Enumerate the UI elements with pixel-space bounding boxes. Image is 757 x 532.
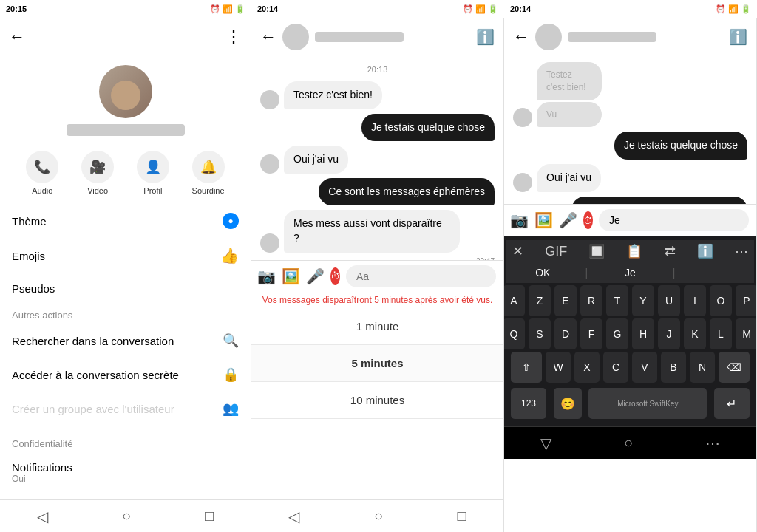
kb-translate-icon[interactable]: ⇄ bbox=[665, 243, 676, 259]
mute-btn[interactable]: 🔔 Sourdine bbox=[192, 151, 225, 195]
gallery-icon-right[interactable]: 🖼️ bbox=[534, 211, 553, 229]
key-F[interactable]: F bbox=[580, 318, 602, 349]
camera-icon-mid[interactable]: 📷 bbox=[257, 267, 276, 285]
key-S[interactable]: S bbox=[529, 318, 551, 349]
key-N[interactable]: N bbox=[690, 352, 715, 383]
back-button-right[interactable]: ← bbox=[513, 27, 529, 47]
bubble-sent-2: Ce sont les messages éphémères bbox=[319, 178, 495, 206]
key-enter[interactable]: ↵ bbox=[714, 388, 750, 419]
bottom-nav-right: ▽ ○ ⋯ bbox=[504, 426, 756, 459]
menu-item-emojis[interactable]: Emojis 👍 bbox=[0, 238, 251, 273]
camera-icon-right[interactable]: 📷 bbox=[510, 211, 529, 229]
pseudos-label: Pseudos bbox=[12, 282, 55, 295]
nav-back-mid[interactable]: ◁ bbox=[288, 508, 299, 525]
menu-item-theme[interactable]: Thème ● bbox=[0, 204, 251, 238]
right-bubble-received-1b: Vu bbox=[537, 102, 602, 128]
key-V[interactable]: V bbox=[632, 352, 657, 383]
message-input-right[interactable] bbox=[599, 209, 749, 231]
key-Z[interactable]: Z bbox=[529, 285, 551, 316]
gallery-icon-mid[interactable]: 🖼️ bbox=[282, 267, 300, 285]
opt-1-min[interactable]: 1 minute bbox=[251, 308, 503, 345]
timer-icon-right[interactable]: ⏱ bbox=[583, 211, 593, 229]
key-J[interactable]: J bbox=[658, 318, 680, 349]
mic-icon-right[interactable]: 🎤 bbox=[559, 211, 577, 229]
mic-icon-mid[interactable]: 🎤 bbox=[306, 267, 325, 285]
avatar-tiny-3 bbox=[260, 233, 279, 253]
audio-btn[interactable]: 📞 Audio bbox=[26, 151, 58, 195]
back-button-mid[interactable]: ← bbox=[260, 27, 276, 47]
key-Q[interactable]: Q bbox=[504, 318, 525, 349]
key-backspace[interactable]: ⌫ bbox=[719, 352, 750, 383]
key-space[interactable]: Microsoft SwiftKey bbox=[588, 388, 707, 419]
back-button-left[interactable]: ← bbox=[9, 27, 25, 47]
key-B[interactable]: B bbox=[661, 352, 686, 383]
key-X[interactable]: X bbox=[574, 352, 600, 383]
menu-item-ignore[interactable]: Ignorer les messages ✏️ bbox=[0, 493, 251, 499]
nav-back-left[interactable]: ◁ bbox=[37, 508, 48, 525]
key-C[interactable]: C bbox=[603, 352, 628, 383]
key-O[interactable]: O bbox=[710, 285, 732, 316]
info-icon-mid[interactable]: ℹ️ bbox=[476, 28, 495, 46]
kb-close-icon[interactable]: ✕ bbox=[512, 243, 523, 259]
kb-clipboard-icon[interactable]: 📋 bbox=[626, 243, 642, 259]
menu-item-notifications[interactable]: Notifications Oui bbox=[0, 452, 251, 493]
key-R[interactable]: R bbox=[580, 285, 602, 316]
nav-square-mid[interactable]: □ bbox=[458, 508, 466, 525]
message-input-mid[interactable] bbox=[346, 265, 496, 287]
menu-item-create-group[interactable]: Créer un groupe avec l'utilisateur 👥 bbox=[0, 392, 251, 426]
kb-gif-icon[interactable]: GIF bbox=[545, 244, 567, 259]
right-bubble-received-2: Oui j'ai vu bbox=[537, 164, 601, 192]
key-K[interactable]: K bbox=[684, 318, 706, 349]
more-button-left[interactable]: ⋮ bbox=[225, 27, 242, 47]
key-L[interactable]: L bbox=[710, 318, 732, 349]
kb-sticker-icon[interactable]: 🔲 bbox=[588, 243, 605, 259]
mid-input-bar: 📷 🖼️ 🎤 ⏱ 😊 👍 bbox=[251, 260, 503, 292]
key-A[interactable]: A bbox=[504, 285, 525, 316]
video-btn[interactable]: 🎥 Vidéo bbox=[81, 151, 114, 195]
key-H[interactable]: H bbox=[632, 318, 654, 349]
msg-row-received-2: Oui j'ai vu bbox=[260, 146, 495, 174]
key-shift[interactable]: ⇧ bbox=[511, 352, 542, 383]
ephemeral-notice: Vos messages disparaîtront 5 minutes apr… bbox=[251, 292, 503, 308]
key-W[interactable]: W bbox=[546, 352, 571, 383]
nav-home-right[interactable]: ○ bbox=[624, 434, 633, 451]
profile-icon: 👤 bbox=[137, 151, 169, 183]
bubble-sent-1: Je testais quelque chose bbox=[361, 114, 495, 142]
left-header: ← ⋮ bbox=[0, 18, 251, 56]
kb-suggest-left[interactable]: OK bbox=[515, 267, 571, 279]
opt-5-min[interactable]: 5 minutes bbox=[251, 345, 503, 382]
key-Y[interactable]: Y bbox=[632, 285, 654, 316]
emojis-thumb-icon: 👍 bbox=[220, 247, 239, 265]
video-icon: 🎥 bbox=[81, 151, 114, 183]
msg-row-sent-2: Ce sont les messages éphémères bbox=[260, 178, 495, 206]
timer-icon-mid[interactable]: ⏱ bbox=[330, 267, 340, 285]
key-P[interactable]: P bbox=[736, 285, 757, 316]
kb-more-icon[interactable]: ⋯ bbox=[735, 243, 748, 259]
nav-home-left[interactable]: ○ bbox=[122, 508, 131, 525]
menu-item-search[interactable]: Rechercher dans la conversation 🔍 bbox=[0, 324, 251, 358]
info-icon-right[interactable]: ℹ️ bbox=[729, 28, 747, 46]
keyboard: ✕ GIF 🔲 📋 ⇄ ℹ️ ⋯ OK | Je | A Z E R T Y U… bbox=[504, 236, 756, 426]
kb-info-icon[interactable]: ℹ️ bbox=[697, 243, 713, 259]
key-G[interactable]: G bbox=[606, 318, 628, 349]
key-I[interactable]: I bbox=[684, 285, 706, 316]
profile-btn[interactable]: 👤 Profil bbox=[137, 151, 169, 195]
key-emoji[interactable]: 😊 bbox=[554, 388, 582, 419]
nav-back-right[interactable]: ▽ bbox=[540, 434, 551, 452]
kb-suggest-mid[interactable]: Je bbox=[602, 267, 658, 279]
key-E[interactable]: E bbox=[554, 285, 577, 316]
nav-square-right[interactable]: ⋯ bbox=[705, 434, 720, 452]
key-123[interactable]: 123 bbox=[511, 388, 546, 419]
key-T[interactable]: T bbox=[606, 285, 628, 316]
menu-item-pseudos[interactable]: Pseudos bbox=[0, 273, 251, 304]
key-D[interactable]: D bbox=[554, 318, 577, 349]
group-icon: 👥 bbox=[223, 400, 239, 417]
key-M[interactable]: M bbox=[736, 318, 757, 349]
right-contact-name bbox=[568, 32, 656, 42]
opt-10-min[interactable]: 10 minutes bbox=[251, 382, 503, 419]
nav-square-left[interactable]: □ bbox=[205, 508, 214, 525]
key-U[interactable]: U bbox=[658, 285, 680, 316]
status-bar-mid: 20:14 ⏰ 📶 🔋 bbox=[251, 0, 504, 18]
nav-home-mid[interactable]: ○ bbox=[374, 508, 383, 525]
menu-item-secret[interactable]: Accéder à la conversation secrète 🔒 bbox=[0, 358, 251, 392]
